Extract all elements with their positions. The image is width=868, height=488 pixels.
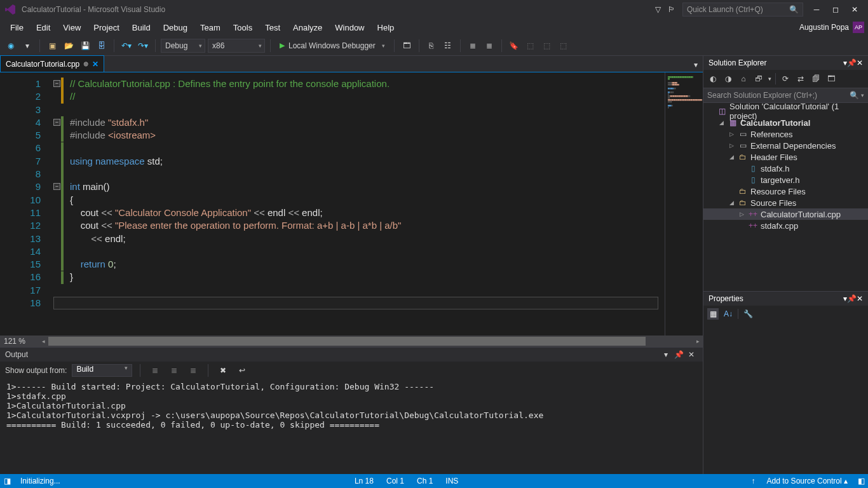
- menu-edit[interactable]: Edit: [30, 20, 57, 35]
- menu-file[interactable]: File: [4, 20, 30, 35]
- menu-analyze[interactable]: Analyze: [287, 20, 329, 35]
- feedback-icon[interactable]: 🏳: [665, 3, 679, 17]
- tree-node[interactable]: ++stdafx.cpp: [703, 220, 868, 231]
- toolbar-icon-6[interactable]: ⬚: [524, 39, 538, 53]
- output-icon-2[interactable]: ≣: [167, 363, 181, 377]
- solution-config-dropdown[interactable]: Debug: [161, 39, 205, 53]
- tree-node[interactable]: ▷▭External Dependencies: [703, 140, 868, 151]
- tree-node[interactable]: 🗀Resource Files: [703, 186, 868, 197]
- start-debug-button[interactable]: ▶ Local Windows Debugger ▾: [276, 39, 389, 53]
- se-refresh-icon[interactable]: ⟳: [780, 74, 791, 83]
- menu-tools[interactable]: Tools: [227, 20, 259, 35]
- sb-scc-icon[interactable]: ↑: [747, 477, 761, 485]
- toolbar-icon-2[interactable]: ⎘: [424, 39, 438, 53]
- new-project-icon[interactable]: ▣: [45, 39, 59, 53]
- editor-tab-active[interactable]: CalculatorTutorial.cpp ⊕ ✕: [0, 55, 104, 72]
- se-sync-icon[interactable]: 🗗: [753, 74, 764, 83]
- minimap[interactable]: ██████████████████████████████ ████ ████…: [665, 72, 703, 336]
- se-properties-icon[interactable]: 🗔: [825, 74, 837, 83]
- redo-icon[interactable]: ↷▾: [136, 39, 150, 53]
- sb-scc[interactable]: Add to Source Control ▴: [761, 477, 854, 485]
- close-button[interactable]: ✕: [845, 3, 864, 17]
- nav-fwd-icon[interactable]: ▾: [20, 39, 34, 53]
- scroll-right-icon[interactable]: ▸: [693, 336, 703, 347]
- props-wrench-icon[interactable]: 🔧: [742, 308, 754, 320]
- menu-window[interactable]: Window: [329, 20, 370, 35]
- props-alpha-icon[interactable]: A↓: [722, 308, 734, 320]
- output-icon-1[interactable]: ≣: [148, 363, 162, 377]
- menu-build[interactable]: Build: [126, 20, 157, 35]
- se-search-input[interactable]: Search Solution Explorer (Ctrl+;) 🔍▾: [703, 88, 868, 103]
- se-close-icon[interactable]: ✕: [857, 58, 863, 67]
- menu-project[interactable]: Project: [87, 20, 125, 35]
- sb-char[interactable]: Ch 1: [410, 477, 439, 485]
- menu-test[interactable]: Test: [259, 20, 287, 35]
- se-pin-icon[interactable]: 📌: [847, 58, 857, 67]
- props-categorized-icon[interactable]: ▦: [707, 308, 719, 320]
- props-pin-icon[interactable]: 📌: [847, 294, 857, 303]
- solution-platform-dropdown[interactable]: x86: [208, 39, 265, 53]
- quick-launch-placeholder: Quick Launch (Ctrl+Q): [687, 5, 763, 14]
- pin-icon[interactable]: ⊕: [83, 60, 88, 67]
- menu-view[interactable]: View: [57, 20, 87, 35]
- nav-back-icon[interactable]: ◉: [4, 39, 18, 53]
- tree-node[interactable]: ▷▭References: [703, 128, 868, 140]
- menu-help[interactable]: Help: [371, 20, 401, 35]
- bookmark-icon[interactable]: 🔖: [507, 39, 521, 53]
- maximize-button[interactable]: ◻: [826, 3, 845, 17]
- tree-node[interactable]: ▯targetver.h: [703, 174, 868, 186]
- scroll-left-icon[interactable]: ◂: [38, 336, 48, 347]
- sb-notif-icon[interactable]: ◧: [854, 477, 868, 485]
- se-collapse-icon[interactable]: ⇄: [795, 74, 806, 83]
- se-back-icon[interactable]: ◐: [707, 74, 719, 83]
- tab-overflow-icon[interactable]: ▾: [689, 58, 703, 72]
- undo-icon[interactable]: ↶▾: [119, 39, 133, 53]
- se-fwd-icon[interactable]: ◑: [722, 74, 734, 83]
- quick-launch-input[interactable]: Quick Launch (Ctrl+Q) 🔍: [682, 3, 803, 17]
- editor-hscroll[interactable]: 121 % ◂ ▸: [0, 336, 703, 347]
- sb-col[interactable]: Col 1: [380, 477, 410, 485]
- se-home-icon[interactable]: ⌂: [738, 74, 749, 83]
- code-editor[interactable]: 123456789101112131415161718 −−− // Calcu…: [0, 72, 703, 336]
- sb-line[interactable]: Ln 18: [348, 477, 380, 485]
- tree-node[interactable]: ▯stdafx.h: [703, 163, 868, 174]
- props-close-icon[interactable]: ✕: [857, 294, 863, 303]
- toolbar-icon-8[interactable]: ⬚: [557, 39, 571, 53]
- tree-node[interactable]: ◫Solution 'CalculatorTutorial' (1 projec…: [703, 105, 868, 117]
- save-icon[interactable]: 💾: [78, 39, 92, 53]
- scroll-thumb[interactable]: [48, 337, 646, 346]
- save-all-icon[interactable]: 🗄: [95, 39, 109, 53]
- menu-debug[interactable]: Debug: [157, 20, 194, 35]
- panel-dropdown-icon[interactable]: ▾: [660, 350, 672, 359]
- se-showall-icon[interactable]: 🗐: [810, 74, 822, 83]
- output-icon-3[interactable]: ≣: [186, 363, 200, 377]
- signed-in-user[interactable]: Augustin Popa: [799, 23, 849, 32]
- output-wrap-icon[interactable]: ↩: [235, 363, 249, 377]
- tree-node[interactable]: ◢🗀Header Files: [703, 151, 868, 163]
- solution-tree[interactable]: ◫Solution 'CalculatorTutorial' (1 projec…: [703, 103, 868, 291]
- notifications-icon[interactable]: ▽: [651, 3, 665, 17]
- tree-node[interactable]: ◢🗀Source Files: [703, 197, 868, 208]
- minimize-button[interactable]: ─: [807, 3, 826, 17]
- properties-panel: Properties ▾ 📌 ✕ ▦ A↓ 🔧: [703, 291, 868, 474]
- output-text[interactable]: 1>------ Build started: Project: Calcula…: [0, 379, 703, 474]
- toolbar-icon-5[interactable]: ≣: [482, 39, 496, 53]
- code-area[interactable]: // CalculatorTutorial.cpp : Defines the …: [53, 72, 665, 336]
- user-avatar[interactable]: AP: [853, 22, 864, 33]
- tree-node[interactable]: ▷++CalculatorTutorial.cpp: [703, 208, 868, 220]
- menu-team[interactable]: Team: [194, 20, 227, 35]
- panel-pin-icon[interactable]: 📌: [672, 350, 685, 359]
- toolbar-icon-1[interactable]: 🗔: [400, 39, 414, 53]
- toolbar-icon-3[interactable]: ☷: [441, 39, 455, 53]
- sb-ins[interactable]: INS: [439, 477, 465, 485]
- panel-close-icon[interactable]: ✕: [685, 350, 698, 359]
- toolbar-icon-4[interactable]: ≣: [466, 39, 480, 53]
- editor-tabstrip: CalculatorTutorial.cpp ⊕ ✕ ▾: [0, 56, 703, 72]
- open-file-icon[interactable]: 📂: [62, 39, 76, 53]
- zoom-level[interactable]: 121 %: [0, 337, 38, 346]
- output-clear-icon[interactable]: ✖: [216, 363, 230, 377]
- statusbar: ◨ Initializing... Ln 18 Col 1 Ch 1 INS ↑…: [0, 474, 868, 488]
- tab-close-icon[interactable]: ✕: [92, 60, 98, 69]
- output-from-dropdown[interactable]: Build: [72, 364, 132, 377]
- toolbar-icon-7[interactable]: ⬚: [540, 39, 554, 53]
